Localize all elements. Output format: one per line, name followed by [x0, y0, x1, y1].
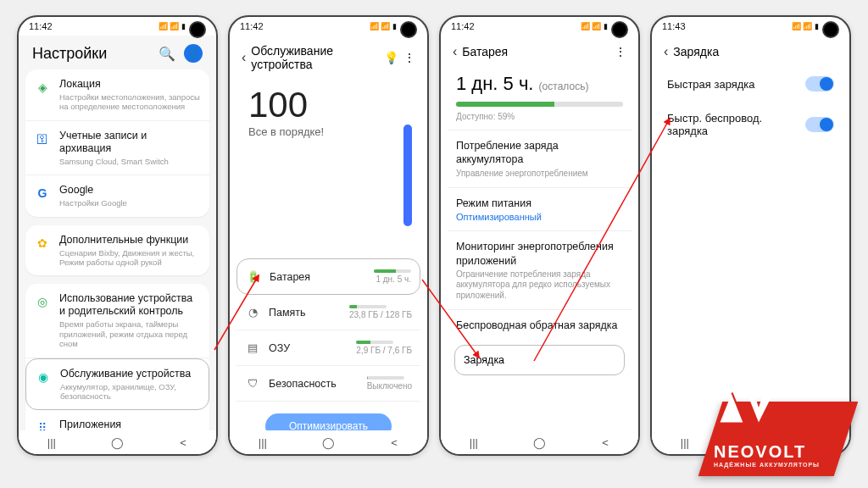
nav-home-icon[interactable]: ◯: [104, 436, 130, 449]
battery-icon: 🔋: [246, 270, 261, 283]
nav-recent-icon[interactable]: |||: [250, 436, 275, 449]
power-mode[interactable]: Режим питания Оптимизированный: [448, 187, 632, 230]
status-icons: 📶 📶 ▮: [370, 22, 417, 30]
back-icon[interactable]: ‹: [453, 44, 457, 59]
phone-device-care: 11:42 📶 📶 ▮ ‹ Обслуживание устройства 💡 …: [228, 15, 429, 456]
phone-battery: 11:42 📶 📶 ▮ ‹ Батарея ⋮ 1 дн. 5 ч. (оста…: [439, 15, 640, 456]
apps-icon: ⠿: [34, 419, 51, 430]
settings-row-device-care[interactable]: ◉ Обслуживание устройстваАккумулятор, хр…: [25, 358, 209, 411]
wellbeing-icon: ◎: [34, 293, 51, 310]
status-time: 11:43: [662, 21, 686, 31]
key-icon: ⚿: [34, 130, 51, 147]
nav-home-icon[interactable]: ◯: [315, 436, 341, 449]
more-icon[interactable]: ⋮: [615, 45, 626, 58]
app-power-monitor[interactable]: Мониторинг энергопотребления приложений …: [448, 230, 632, 309]
search-icon[interactable]: 🔍: [159, 46, 175, 62]
battery-progress: [456, 102, 623, 107]
score-meter: [403, 125, 412, 226]
device-care-row-security[interactable]: 🛡 Безопасность Выключено: [236, 366, 420, 402]
wireless-powershare[interactable]: Беспроводная обратная зарядка: [448, 309, 632, 341]
back-icon[interactable]: ‹: [242, 50, 246, 65]
memory-icon: ▤: [245, 341, 260, 354]
optimize-button[interactable]: Оптимизировать: [265, 413, 392, 430]
status-time: 11:42: [451, 21, 475, 31]
settings-row-accounts[interactable]: ⚿ Учетные записи и архивацияSamsung Clou…: [25, 121, 209, 175]
google-icon: G: [34, 185, 51, 202]
page-title: Зарядка: [673, 45, 837, 58]
page-title: Батарея: [462, 45, 609, 58]
statusbar: 11:42 📶 📶 ▮: [230, 17, 427, 36]
shield-icon: 🛡: [245, 378, 260, 390]
phone-settings: 11:42 📶 📶 ▮ Настройки 🔍 👤 ◈ ЛокацияНастр…: [17, 15, 218, 456]
more-icon[interactable]: ⋮: [403, 51, 415, 64]
settings-row-advanced[interactable]: ✿ Дополнительные функцииСценарии Bixby, …: [25, 225, 209, 276]
logo-mark: [717, 390, 776, 425]
device-care-row-memory[interactable]: ▤ ОЗУ 2,9 ГБ / 7,6 ГБ: [236, 330, 420, 366]
nav-bar: ||| ◯ <: [230, 430, 427, 454]
logo-tagline: НАДЁЖНЫЕ АККУМУЛЯТОРЫ: [714, 462, 820, 468]
settings-row-location[interactable]: ◈ ЛокацияНастройки местоположения, запро…: [25, 69, 209, 121]
storage-icon: ◔: [245, 306, 260, 319]
statusbar: 11:42 📶 📶 ▮: [19, 17, 216, 36]
back-icon[interactable]: ‹: [664, 44, 668, 59]
device-care-row-battery[interactable]: 🔋 Батарея 1 дн. 5 ч.: [236, 258, 420, 295]
charging-row[interactable]: Зарядка: [454, 345, 625, 375]
nav-recent-icon[interactable]: |||: [461, 436, 487, 449]
statusbar: 11:43 📶 📶 ▮: [652, 17, 849, 36]
score-sub: Все в порядке!: [236, 125, 420, 148]
settings-row-wellbeing[interactable]: ◎ Использование устройства и родительски…: [25, 284, 209, 358]
settings-row-google[interactable]: G GoogleНастройки Google: [25, 175, 209, 216]
device-care-row-storage[interactable]: ◔ Память 23,8 ГБ / 128 ГБ: [236, 295, 420, 330]
status-time: 11:42: [240, 21, 264, 31]
nav-home-icon[interactable]: ◯: [526, 436, 552, 449]
fast-charging-toggle[interactable]: Быстрая зарядка: [659, 66, 843, 102]
star-icon: ✿: [34, 235, 51, 252]
toggle-switch[interactable]: [805, 117, 834, 132]
nav-bar: ||| ◯ <: [19, 430, 216, 454]
nav-bar: ||| ◯ <: [441, 430, 638, 454]
score: 100: [236, 78, 420, 125]
settings-row-apps[interactable]: ⠿ ПриложенияПриложения по умолчанию, Дис…: [25, 410, 209, 430]
status-time: 11:42: [29, 21, 53, 31]
fast-wireless-toggle[interactable]: Быстр. беспровод. зарядка: [659, 102, 843, 147]
status-icons: 📶 📶 ▮: [159, 22, 206, 30]
page-title: Настройки: [32, 45, 107, 63]
nav-back-icon[interactable]: <: [170, 436, 196, 449]
nav-back-icon[interactable]: <: [381, 436, 407, 449]
toggle-switch[interactable]: [805, 76, 834, 92]
battery-remaining: 1 дн. 5 ч. (осталось): [448, 66, 632, 97]
battery-usage[interactable]: Потребление заряда аккумулятора Управлен…: [448, 130, 632, 187]
statusbar: 11:42 📶 📶 ▮: [441, 17, 638, 36]
logo-brand: NEOVOLT: [714, 442, 820, 462]
location-icon: ◈: [34, 79, 51, 96]
battery-available: Доступно: 59%: [448, 112, 632, 130]
avatar[interactable]: 👤: [184, 44, 203, 63]
status-icons: 📶 📶 ▮: [792, 22, 839, 30]
neovolt-logo: NEOVOLT НАДЁЖНЫЕ АККУМУЛЯТОРЫ: [693, 383, 846, 476]
tips-icon[interactable]: 💡: [384, 51, 398, 64]
nav-recent-icon[interactable]: |||: [39, 436, 64, 449]
status-icons: 📶 📶 ▮: [581, 22, 628, 30]
page-title: Обслуживание устройства: [251, 44, 379, 71]
device-care-icon: ◉: [35, 369, 52, 385]
nav-back-icon[interactable]: <: [593, 436, 618, 449]
